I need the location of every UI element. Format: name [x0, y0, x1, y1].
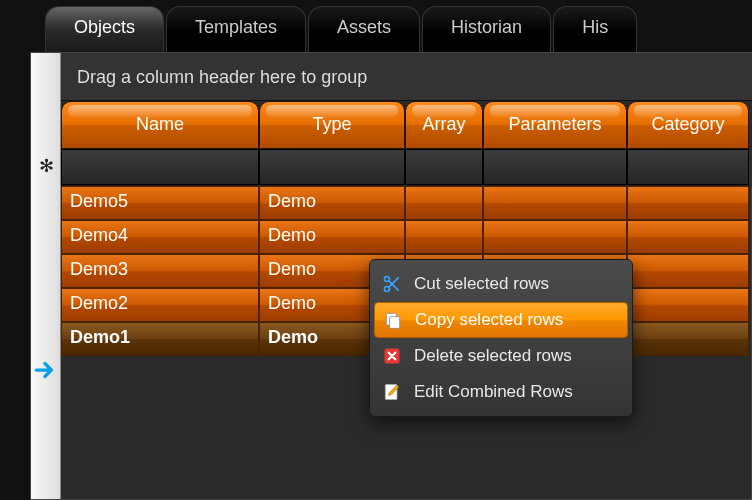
context-menu: Cut selected rows Copy selected rows Del… — [369, 259, 633, 417]
tab-objects[interactable]: Objects — [45, 6, 164, 52]
column-header-label: Name — [136, 114, 184, 134]
table-row[interactable]: Demo5 Demo — [61, 186, 752, 220]
svg-point-0 — [385, 277, 390, 282]
column-header-category[interactable]: Category — [627, 101, 749, 149]
cell-parameters[interactable] — [483, 186, 627, 220]
menu-item-label: Edit Combined Rows — [414, 382, 573, 402]
cell-category[interactable] — [627, 220, 749, 254]
tab-history-truncated[interactable]: His — [553, 6, 637, 52]
row-header-gutter: ✻ — [31, 53, 61, 499]
tab-label: Historian — [451, 17, 522, 38]
column-header-label: Type — [312, 114, 351, 134]
cell-name[interactable]: Demo1 — [61, 322, 259, 356]
tab-historian[interactable]: Historian — [422, 6, 551, 52]
menu-item-copy[interactable]: Copy selected rows — [374, 302, 628, 338]
menu-item-label: Cut selected rows — [414, 274, 549, 294]
cell-name[interactable]: Demo3 — [61, 254, 259, 288]
cell-array[interactable] — [405, 149, 483, 185]
menu-item-edit-combined[interactable]: Edit Combined Rows — [374, 374, 628, 410]
menu-item-label: Copy selected rows — [415, 310, 563, 330]
cell-category[interactable] — [627, 322, 749, 356]
current-row-arrow-icon — [33, 353, 59, 387]
cell-parameters[interactable] — [483, 149, 627, 185]
cell-category[interactable] — [627, 288, 749, 322]
menu-item-cut[interactable]: Cut selected rows — [374, 266, 628, 302]
group-drop-area[interactable]: Drag a column header here to group — [61, 53, 752, 101]
cell-array[interactable] — [405, 186, 483, 220]
cell-parameters[interactable] — [483, 220, 627, 254]
cell-type[interactable]: Demo — [259, 220, 405, 254]
app-window: Objects Templates Assets Historian His ✻… — [0, 0, 752, 500]
tab-label: His — [582, 17, 608, 38]
cell-name[interactable] — [61, 149, 259, 185]
menu-item-label: Delete selected rows — [414, 346, 572, 366]
column-header-parameters[interactable]: Parameters — [483, 101, 627, 149]
tab-label: Assets — [337, 17, 391, 38]
cell-type[interactable]: Demo — [259, 186, 405, 220]
edit-icon — [382, 382, 402, 402]
column-header-type[interactable]: Type — [259, 101, 405, 149]
tab-assets[interactable]: Assets — [308, 6, 420, 52]
menu-item-delete[interactable]: Delete selected rows — [374, 338, 628, 374]
column-header-label: Array — [422, 114, 465, 134]
cell-type[interactable] — [259, 149, 405, 185]
new-row-marker[interactable]: ✻ — [33, 149, 59, 183]
cell-name[interactable]: Demo5 — [61, 186, 259, 220]
group-hint-text: Drag a column header here to group — [77, 67, 367, 87]
cell-category[interactable] — [627, 186, 749, 220]
column-header-name[interactable]: Name — [61, 101, 259, 149]
svg-point-1 — [385, 287, 390, 292]
delete-icon — [382, 346, 402, 366]
copy-icon — [383, 310, 403, 330]
svg-rect-3 — [390, 317, 400, 329]
cell-name[interactable]: Demo4 — [61, 220, 259, 254]
cell-name[interactable]: Demo2 — [61, 288, 259, 322]
column-headers: Name Type Array Parameters Category — [61, 101, 752, 149]
new-row-placeholder[interactable] — [61, 149, 752, 185]
column-header-label: Parameters — [508, 114, 601, 134]
column-header-array[interactable]: Array — [405, 101, 483, 149]
cell-array[interactable] — [405, 220, 483, 254]
cell-category[interactable] — [627, 149, 749, 185]
tab-label: Objects — [74, 17, 135, 38]
scissors-icon — [382, 274, 402, 294]
tab-templates[interactable]: Templates — [166, 6, 306, 52]
tab-label: Templates — [195, 17, 277, 38]
tabstrip: Objects Templates Assets Historian His — [45, 6, 637, 52]
cell-category[interactable] — [627, 254, 749, 288]
table-row[interactable]: Demo4 Demo — [61, 220, 752, 254]
column-header-label: Category — [651, 114, 724, 134]
